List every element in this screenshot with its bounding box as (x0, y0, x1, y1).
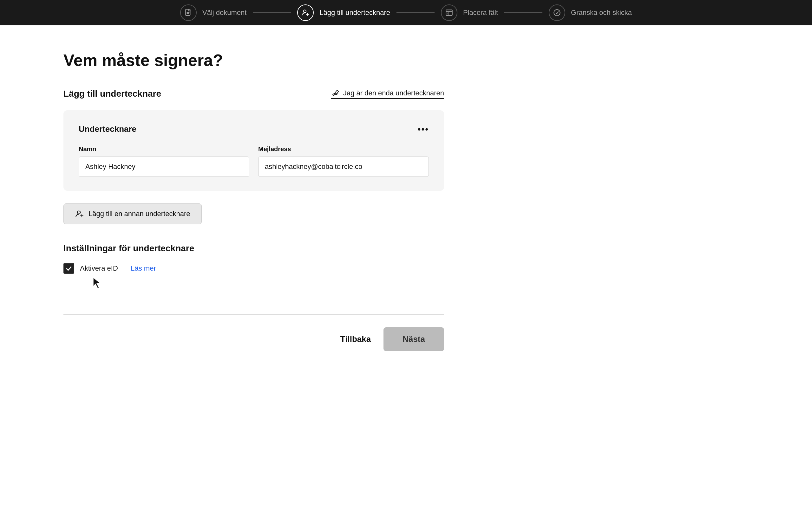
svg-point-11 (78, 211, 80, 214)
email-input[interactable] (258, 157, 429, 177)
add-signer-label: Lägg till en annan undertecknare (89, 210, 190, 218)
name-input[interactable] (79, 157, 249, 177)
only-signer-button[interactable]: Jag är den enda undertecknaren (331, 89, 444, 99)
svg-marker-14 (93, 278, 100, 288)
eid-checkbox[interactable] (63, 263, 74, 274)
nav-step-review-send[interactable]: Granska och skicka (549, 4, 632, 21)
email-field-group: Mejladress (258, 146, 429, 177)
only-signer-label: Jag är den enda undertecknaren (343, 89, 444, 97)
nav-step-add-signers[interactable]: Lägg till undertecknare (297, 4, 390, 21)
settings-section: Inställningar för undertecknare Aktivera… (63, 243, 444, 289)
checkmark-icon (65, 265, 72, 272)
review-send-label: Granska och skicka (571, 9, 632, 17)
choose-doc-icon (180, 4, 197, 21)
bottom-divider (63, 314, 444, 315)
name-field-group: Namn (79, 146, 249, 177)
nav-connector-1 (253, 12, 291, 13)
add-signer-button[interactable]: Lägg till en annan undertecknare (63, 204, 202, 224)
add-signers-label: Lägg till undertecknare (319, 9, 390, 17)
eid-checkbox-row: Aktivera eID Läs mer (63, 263, 444, 274)
settings-title: Inställningar för undertecknare (63, 243, 444, 253)
add-signers-title: Lägg till undertecknare (63, 89, 161, 99)
next-button[interactable]: Nästa (384, 327, 444, 351)
add-signers-icon (297, 4, 314, 21)
svg-point-3 (304, 10, 306, 13)
back-button[interactable]: Tillbaka (340, 334, 371, 344)
section-header: Lägg till undertecknare Jag är den enda … (63, 89, 444, 99)
place-fields-label: Placera fält (463, 9, 498, 17)
signer-fields: Namn Mejladress (79, 146, 429, 177)
nav-step-place-fields[interactable]: T Placera fält (441, 4, 498, 21)
read-more-link[interactable]: Läs mer (131, 264, 156, 273)
nav-step-choose-doc[interactable]: Välj dokument (180, 4, 247, 21)
eid-label: Aktivera eID (80, 264, 118, 273)
page-title: Vem måste signera? (63, 51, 444, 70)
nav-connector-2 (397, 12, 435, 13)
place-fields-icon: T (441, 4, 457, 21)
add-signer-icon (75, 210, 84, 218)
signature-icon (331, 89, 340, 98)
name-label: Namn (79, 146, 249, 153)
signer-card: Undertecknare ••• Namn Mejladress (63, 110, 444, 191)
bottom-actions: Tillbaka Nästa (63, 327, 444, 351)
signer-card-title: Undertecknare (79, 124, 136, 134)
top-navigation: Välj dokument Lägg till undertecknare T … (0, 0, 812, 25)
signer-card-header: Undertecknare ••• (79, 124, 429, 134)
more-menu-button[interactable]: ••• (418, 125, 429, 134)
choose-doc-label: Välj dokument (202, 9, 247, 17)
cursor (92, 277, 101, 289)
review-send-icon (549, 4, 565, 21)
nav-connector-3 (504, 12, 542, 13)
main-content: Vem måste signera? Lägg till underteckna… (0, 25, 507, 377)
svg-point-10 (554, 9, 560, 16)
email-label: Mejladress (258, 146, 429, 153)
